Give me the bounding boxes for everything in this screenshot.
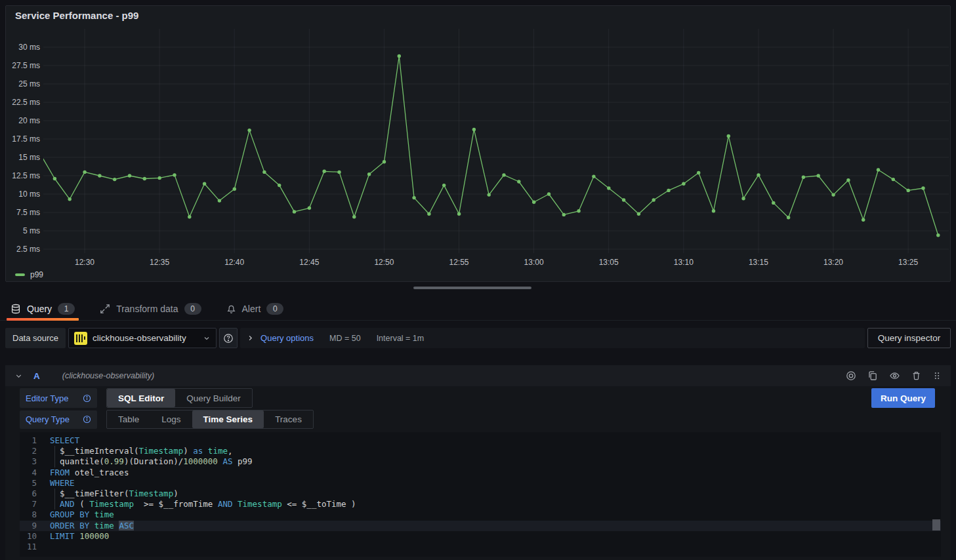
query-type-table[interactable]: Table [107,410,150,428]
line-number: 2 [20,446,37,456]
chevron-down-icon [14,372,23,380]
panel-editor-tab-bar: Query 1 Transform data 0 Alert 0 [0,296,956,321]
trash-icon [911,370,921,381]
timeseries-chart[interactable]: 30 ms27.5 ms25 ms22.5 ms20 ms17.5 ms15 m… [6,6,950,281]
sql-line-1[interactable]: 1SELECT [20,435,941,446]
sql-code-text: ORDER BY time ASC [50,521,134,531]
svg-text:2.5 ms: 2.5 ms [16,245,40,254]
query-type-chip: Query Type [20,410,97,429]
svg-text:20 ms: 20 ms [18,116,40,125]
line-number: 8 [20,510,37,520]
datasource-label: Data source [5,328,66,348]
disable-query-button[interactable] [846,370,856,381]
svg-text:13:15: 13:15 [749,258,768,267]
datasource-select[interactable]: clickhouse-observability [68,328,217,348]
copy-icon [867,370,878,381]
query-type-label: Query Type [26,414,70,424]
datasource-help-button[interactable] [219,328,238,348]
tab-alert-badge: 0 [266,303,283,315]
sql-line-8[interactable]: 8GROUP BY time [20,510,941,520]
tab-query-label: Query [27,304,52,314]
editor-type-sql-editor[interactable]: SQL Editor [107,389,175,407]
record-circle-icon [846,370,856,381]
query-row-actions [846,370,942,381]
query-ref-id[interactable]: A [33,371,40,381]
query-options-strip: Query options MD = 50 Interval = 1m [240,328,865,348]
svg-text:13:10: 13:10 [674,258,694,267]
line-number: 10 [20,531,37,542]
query-datasource-hint: (clickhouse-observability) [62,371,154,380]
sql-line-2[interactable]: 2 $__timeInterval(Timestamp) as time, [20,446,941,456]
query-type-logs[interactable]: Logs [150,410,192,428]
duplicate-query-button[interactable] [867,370,878,381]
query-inspector-button[interactable]: Query inspector [867,328,951,348]
svg-text:13:05: 13:05 [599,258,619,267]
sql-code-text: WHERE [50,478,75,489]
toggle-visibility-button[interactable] [889,370,900,381]
timeseries-panel: Service Performance - p99 30 ms27.5 ms25… [5,5,951,282]
transform-icon [100,304,110,314]
editor-type-row: Editor Type SQL Editor Query Builder Run… [20,388,935,408]
line-number: 7 [20,499,37,510]
line-number: 11 [20,542,37,552]
drag-dots-icon [932,370,942,381]
tab-query[interactable]: Query 1 [7,296,79,321]
sql-line-4[interactable]: 4FROM otel_traces [20,468,941,478]
query-type-traces[interactable]: Traces [264,410,313,428]
sql-line-9[interactable]: 9ORDER BY time ASC [20,521,941,531]
editor-type-query-builder[interactable]: Query Builder [175,389,252,407]
bell-icon [226,304,236,314]
sql-line-3[interactable]: 3 quantile(0.99)(Duration)/1000000 AS p9… [20,456,941,467]
drag-handle[interactable] [932,370,942,381]
sql-code-lines: 1SELECT2 $__timeInterval(Timestamp) as t… [20,435,941,552]
query-type-row: Query Type Table Logs Time Series Traces [20,410,935,429]
sql-line-10[interactable]: 10LIMIT 100000 [20,531,941,542]
query-options-label: Query options [260,333,314,343]
legend-series-label: p99 [30,270,43,279]
sql-line-6[interactable]: 6 $__timeFilter(Timestamp) [20,489,941,499]
run-query-button[interactable]: Run Query [871,388,935,408]
info-icon[interactable] [83,415,91,424]
line-number: 9 [20,521,37,531]
editor-type-chip: Editor Type [20,388,97,408]
editor-scrollbar-thumb[interactable] [932,519,940,530]
svg-text:12:45: 12:45 [299,258,319,267]
svg-text:22.5 ms: 22.5 ms [12,98,40,107]
max-data-points-value: MD = 50 [329,334,361,343]
svg-text:12:35: 12:35 [150,258,169,267]
sql-line-5[interactable]: 5WHERE [20,478,941,489]
sql-code-text: SELECT [50,435,79,446]
editor-type-segmented-control: SQL Editor Query Builder [106,388,253,408]
sql-line-7[interactable]: 7 AND ( Timestamp >= $__fromTime AND Tim… [20,499,941,510]
horizontal-scrollbar-thumb[interactable] [413,287,531,289]
query-editor-body: Editor Type SQL Editor Query Builder Run… [5,386,951,557]
query-options-toggle[interactable]: Query options [247,333,314,343]
info-icon[interactable] [83,394,91,403]
legend-series-swatch [15,273,25,276]
query-type-time-series[interactable]: Time Series [192,410,264,428]
query-row-header[interactable]: A (clickhouse-observability) [5,365,951,386]
svg-text:12:55: 12:55 [449,258,468,267]
panel-editor-tabs: Query 1 Transform data 0 Alert 0 [7,296,304,321]
tab-transform-label: Transform data [116,304,178,314]
tab-alert[interactable]: Alert 0 [222,296,288,321]
tab-transform-data[interactable]: Transform data 0 [96,296,205,321]
editor-type-label: Editor Type [26,393,69,403]
delete-query-button[interactable] [911,370,921,381]
svg-text:13:00: 13:00 [524,258,544,267]
query-toolbar: Data source clickhouse-observability Que… [5,328,951,348]
tab-query-badge: 1 [58,303,75,315]
chevron-right-icon [247,334,254,342]
datasource-value: clickhouse-observability [93,333,197,343]
sql-code-editor[interactable]: 1SELECT2 $__timeInterval(Timestamp) as t… [20,432,941,557]
active-tab-indicator [7,318,79,321]
collapse-query-button[interactable] [14,372,23,380]
sql-code-text: $__timeFilter(Timestamp) [50,489,178,499]
eye-icon [889,370,900,381]
query-type-segmented-control: Table Logs Time Series Traces [106,410,314,429]
svg-text:13:20: 13:20 [823,258,843,267]
chart-legend[interactable]: p99 [15,270,43,279]
sql-line-11[interactable]: 11 [20,542,941,552]
svg-text:13:25: 13:25 [898,258,918,267]
sql-code-text: GROUP BY time [50,510,114,520]
